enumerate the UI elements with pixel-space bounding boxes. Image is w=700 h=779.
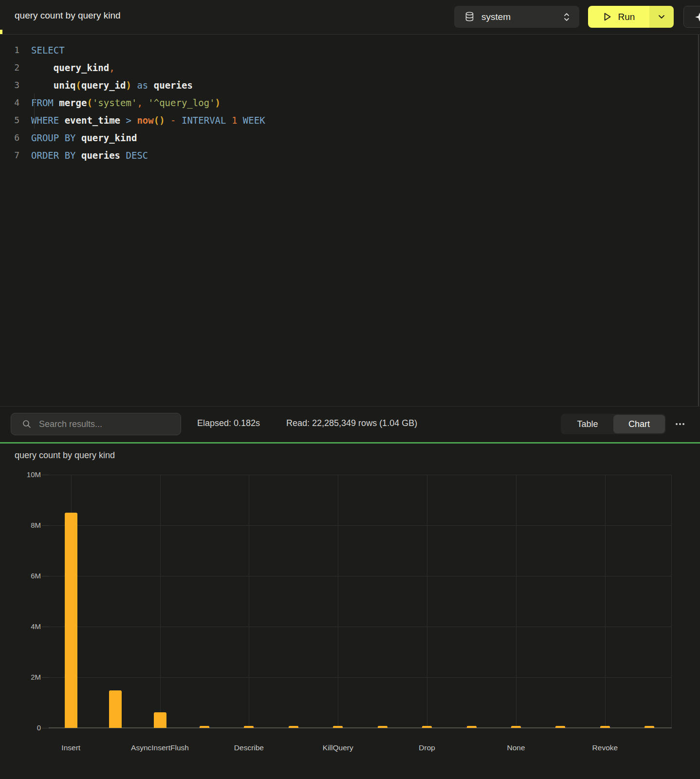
gridline-h [49, 576, 672, 576]
view-toggle: Table Chart [561, 414, 666, 434]
bar-chart: 02M4M6M8M10MInsertAsyncInsertFlushDescri… [49, 475, 672, 728]
y-axis-label: 8M [12, 520, 41, 530]
read-stat: Read: 22,285,349 rows (1.04 GB) [286, 418, 417, 428]
chart-bar[interactable] [467, 726, 477, 728]
indent-guide [34, 93, 35, 129]
ai-assistant-button[interactable] [683, 6, 700, 28]
chevron-down-icon [658, 15, 665, 19]
y-axis-tick [42, 576, 49, 576]
gridline-v [605, 475, 606, 728]
more-options-button[interactable] [674, 419, 686, 429]
line-number: 1 [0, 41, 19, 59]
gridline-v [427, 475, 427, 728]
run-button[interactable]: Run [588, 6, 649, 28]
view-toggle-chart[interactable]: Chart [613, 415, 665, 433]
line-number: 6 [0, 129, 19, 147]
code-line[interactable]: 1SELECT [0, 41, 700, 59]
line-number: 7 [0, 147, 19, 164]
gridline-h [49, 677, 672, 678]
top-bar: query count by query kind system [0, 0, 700, 35]
x-axis-label: KillQuery [294, 743, 382, 752]
tab-accent-marker [0, 30, 2, 34]
database-selector-value: system [481, 12, 563, 22]
x-axis-label: None [472, 743, 560, 752]
line-number: 3 [0, 76, 19, 94]
line-number: 4 [0, 94, 19, 111]
y-axis-label: 0 [12, 723, 41, 733]
x-axis-label: Revoke [561, 743, 649, 752]
database-icon [465, 12, 474, 22]
results-toolbar: Elapsed: 0.182s Read: 22,285,349 rows (1… [0, 406, 700, 442]
chart-title: query count by query kind [15, 450, 115, 461]
gridline-v [671, 475, 672, 728]
y-axis-tick [42, 525, 49, 526]
run-split-button: Run [588, 6, 674, 28]
code-text: FROM merge('system', '^query_log') [31, 94, 221, 111]
x-axis-line [49, 727, 672, 728]
code-line[interactable]: 2 query_kind, [0, 59, 700, 76]
chart-bar[interactable] [378, 726, 387, 728]
run-options-button[interactable] [649, 6, 674, 28]
sql-editor[interactable]: 1SELECT2 query_kind,3 uniq(query_id) as … [0, 35, 700, 406]
line-number: 5 [0, 111, 19, 129]
chart-bar[interactable] [333, 726, 343, 728]
chart-bar[interactable] [154, 712, 166, 728]
code-text: SELECT [31, 41, 65, 59]
y-axis-label: 10M [12, 470, 41, 480]
database-selector[interactable]: system [454, 6, 579, 28]
chart-bar[interactable] [511, 726, 521, 728]
code-text: GROUP BY query_kind [31, 129, 137, 147]
gridline-h [49, 525, 672, 526]
elapsed-stat: Elapsed: 0.182s [197, 418, 260, 428]
x-axis-label: Describe [205, 743, 293, 752]
x-axis-label: AsyncInsertFlush [116, 743, 204, 752]
chart-panel: query count by query kind 02M4M6M8M10MIn… [0, 444, 700, 779]
chart-bar[interactable] [600, 726, 610, 728]
y-axis-tick [42, 728, 49, 728]
chart-bar[interactable] [109, 690, 122, 728]
chevron-up-down-icon [563, 12, 571, 22]
gridline-h [49, 627, 672, 627]
code-text: uniq(query_id) as queries [31, 76, 193, 94]
code-text: ORDER BY queries DESC [31, 147, 148, 164]
code-line[interactable]: 7ORDER BY queries DESC [0, 147, 700, 164]
gridline-v [516, 475, 516, 728]
y-axis-tick [42, 475, 49, 475]
y-axis-label: 2M [12, 672, 41, 682]
y-axis-tick [42, 627, 49, 627]
chart-bar[interactable] [422, 726, 432, 728]
editor-right-border [698, 35, 699, 406]
x-axis-label: Drop [383, 743, 471, 752]
code-line[interactable]: 4FROM merge('system', '^query_log') [0, 94, 700, 111]
search-box [11, 413, 181, 435]
view-toggle-table[interactable]: Table [562, 415, 613, 433]
code-text: WHERE event_time > now() - INTERVAL 1 WE… [31, 111, 265, 129]
chart-bar[interactable] [200, 726, 209, 728]
code-line[interactable]: 3 uniq(query_id) as queries [0, 76, 700, 94]
search-icon [22, 419, 32, 429]
play-icon [603, 12, 612, 22]
x-axis-label: Insert [27, 743, 115, 752]
y-axis-tick [42, 677, 49, 678]
gridline-v [249, 475, 249, 728]
chart-bar[interactable] [555, 726, 565, 728]
run-button-label: Run [618, 12, 635, 22]
line-number: 2 [0, 59, 19, 76]
code-text: query_kind, [31, 59, 115, 76]
y-axis-label: 6M [12, 571, 41, 581]
gridline-h [49, 475, 672, 475]
sparkle-icon [694, 11, 700, 23]
gridline-v [160, 475, 161, 728]
code-line[interactable]: 5WHERE event_time > now() - INTERVAL 1 W… [0, 111, 700, 129]
gridline-v [338, 475, 338, 728]
y-axis-label: 4M [12, 622, 41, 631]
chart-bar[interactable] [289, 726, 298, 728]
chart-bar[interactable] [645, 726, 654, 728]
query-tab-title: query count by query kind [15, 10, 121, 21]
chart-bar[interactable] [65, 513, 77, 728]
search-results-input[interactable] [38, 419, 166, 430]
code-lines: 1SELECT2 query_kind,3 uniq(query_id) as … [0, 41, 700, 164]
code-line[interactable]: 6GROUP BY query_kind [0, 129, 700, 147]
chart-bar[interactable] [244, 726, 254, 728]
sql-console: query count by query kind system [0, 0, 700, 779]
